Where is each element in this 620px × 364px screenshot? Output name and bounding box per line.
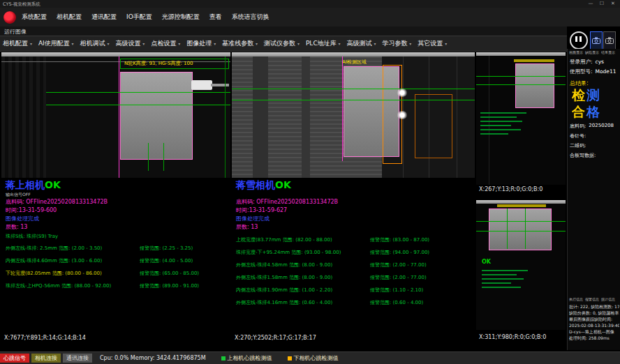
tool-ai-config[interactable]: AI使用配置 ▾ — [38, 39, 74, 48]
green-guide-line — [46, 105, 230, 105]
time-line: 时间:13-31-59-627 — [236, 206, 287, 214]
dropdown-arrow-icon: ▾ — [214, 41, 216, 46]
stats-tab-run[interactable]: 执行信息 — [569, 297, 583, 301]
pink-guide-line — [119, 56, 119, 178]
micro-text — [482, 282, 511, 284]
app-window: CYS-视觉检测系统 — ☐ ✕ 系统配置 相机配置 通讯配置 IO手配置 光源… — [0, 0, 620, 364]
layer-count-line: 层数: 13 — [6, 223, 27, 231]
maximize-button[interactable]: ☐ — [596, 0, 607, 8]
camera1-panel: N轮K高度: 93, HG-S高度: 100 蒋上相机OK 输出信号OFF 底料… — [1, 52, 230, 342]
camera1-results: 蒋上相机OK 输出信号OFF 底料码: OFFline2025020813313… — [1, 178, 230, 334]
menu-view[interactable]: 查看 — [209, 13, 222, 22]
micro-text — [480, 112, 526, 114]
tool-other-settings[interactable]: 其它设置 ▾ — [418, 39, 447, 48]
stats-line: 2025:02:08-13:31:39:40 — [569, 323, 619, 328]
green-guide-line — [476, 84, 566, 85]
stats-line: 最后图像跟踪缺陷时间: — [569, 317, 619, 323]
product-region — [515, 63, 554, 108]
camera-view-1-button[interactable] — [590, 31, 603, 50]
micro-text — [480, 125, 511, 126]
tool-advanced-settings[interactable]: 高级设置 ▾ — [115, 39, 145, 48]
camera2-cursor-coords: X:270;Y:2502;R:17;G:17;B:17 — [235, 335, 316, 341]
model-value[interactable]: Mode11 — [596, 68, 617, 75]
frame-line — [457, 56, 457, 178]
title-bar: CYS-视觉检测系统 — ☐ ✕ — [0, 0, 620, 8]
micro-text — [482, 287, 521, 288]
close-button[interactable]: ✕ — [607, 0, 619, 8]
barcode-line: 底料码: OFFline2025020813313472B — [236, 198, 338, 206]
micro-text — [480, 116, 517, 118]
upper-camera-heartbeat: 上相机心跳检测值 — [221, 354, 272, 362]
tab-row: 运行图像 — [0, 26, 567, 36]
camera2-results: 蒋雪相机OK 底料码: OFFline2025020813313472B 时间:… — [232, 178, 475, 334]
barcode-line: 底料码: OFFline2025020813313472B — [6, 198, 108, 206]
menu-camera-config[interactable]: 相机配置 — [57, 13, 82, 22]
measure-row: 内侧左线-珠排4.60mm 范围: (3.00 - 6.00)报警范围: (4.… — [6, 257, 229, 264]
stats-line: 缺陷分类数: 0, 缺陷漏检率: 0% — [569, 310, 619, 317]
menu-system-config[interactable]: 系统配置 — [22, 13, 47, 22]
layer-count-line: 层数: 13 — [236, 223, 258, 231]
tool-learn-params[interactable]: 学习参数 ▾ — [382, 39, 411, 48]
tool-camera-config[interactable]: 相机配置 ▾ — [3, 39, 32, 48]
menu-io-config[interactable]: IO手配置 — [126, 13, 152, 22]
tool-advanced-test[interactable]: 高级测试 ▾ — [347, 39, 376, 48]
tool-camera-debug[interactable]: 相机调试 ▾ — [80, 39, 110, 48]
green-mark — [163, 143, 164, 171]
user-value[interactable]: cys — [596, 59, 604, 66]
stats-line: D-cys—将上相机—图像 — [569, 329, 619, 335]
view-tab-defect[interactable]: 缺陷显示 — [585, 50, 599, 54]
dropdown-arrow-icon: ▾ — [409, 41, 411, 46]
menu-language[interactable]: 系统语言切换 — [232, 13, 270, 22]
tool-plc-address[interactable]: PLC地址库 ▾ — [306, 39, 341, 48]
micro-text — [482, 274, 517, 275]
camera1-image[interactable]: N轮K高度: 93, HG-S高度: 100 — [1, 52, 230, 178]
menu-bar: 系统配置 相机配置 通讯配置 IO手配置 光源控制配置 查看 系统语言切换 — [0, 8, 620, 26]
info-sidebar: 画面显示 缺陷显示 结果显示 登录用户: cys 使用型号: Mode11 总结… — [567, 49, 620, 350]
heartbeat-badge: 心跳信号 — [0, 354, 29, 363]
camera1-cursor-coords: X:7677;Y:891;R:14;G:14;B:14 — [4, 335, 86, 341]
minimize-button[interactable]: — — [585, 0, 596, 8]
status-bar: 心跳信号 相机连接 通讯连接 Cpu: 0.0% Memory: 3424.41… — [0, 351, 620, 364]
dropdown-arrow-icon: ▾ — [107, 41, 109, 46]
pause-button[interactable] — [570, 31, 588, 50]
camera1-title: 蒋上相机OK — [6, 179, 61, 192]
micro-text — [482, 270, 528, 271]
product-region — [489, 208, 552, 250]
preview1-image[interactable] — [476, 52, 566, 185]
board-write-label: 合板写数据: — [570, 152, 596, 159]
camera2-panel: AI检测区域 蒋雪相机OK 底料码: OFFline20250208133134… — [232, 52, 475, 342]
time-line: 时间:13-31-59-600 — [6, 206, 57, 214]
green-mark — [507, 208, 508, 249]
batch-code-label: 底料码: — [570, 123, 586, 130]
dropdown-arrow-icon: ▾ — [339, 41, 341, 46]
pink-guide-line — [342, 56, 343, 161]
view-tab-image[interactable]: 画面显示 — [569, 50, 583, 54]
camera-view-2-button[interactable] — [603, 31, 616, 50]
result-ok-badge: OK — [275, 179, 291, 190]
status-dot-icon — [288, 356, 292, 361]
measure-row: 内侧左线-珠排1.90mm 范围: (1.00 - 2.20)报警范围: (1.… — [236, 287, 473, 294]
tool-image-process[interactable]: 图像处理 ▾ — [186, 39, 216, 48]
preview2-image[interactable]: OK — [476, 200, 566, 330]
ai-zone-label: AI检测区域 — [342, 59, 367, 66]
measure-row: 外侧左线-珠排1.58mm 范围: (8.00 - 9.00)报警范围: (2.… — [236, 274, 473, 281]
stats-tab-alarm[interactable]: 报警信息 — [585, 297, 599, 301]
green-mark — [525, 208, 526, 249]
micro-text-yellow — [497, 204, 546, 207]
dropdown-arrow-icon: ▾ — [30, 41, 32, 46]
stats-tab-stat[interactable]: 统计信息 — [601, 297, 615, 301]
tool-spot-check[interactable]: 点检设置 ▾ — [151, 39, 180, 48]
menu-light-config[interactable]: 光源控制配置 — [162, 13, 200, 22]
view-tab-result[interactable]: 结果显示 — [601, 50, 615, 54]
cable — [211, 84, 229, 86]
tool-test-params[interactable]: 测试仪参数 ▾ — [264, 39, 300, 48]
green-guide-line — [476, 221, 566, 222]
dropdown-arrow-icon: ▾ — [256, 41, 258, 46]
camera2-image[interactable]: AI检测区域 — [232, 52, 475, 178]
result-ok-badge: OK — [45, 179, 61, 190]
toolbar: 相机配置 ▾ AI使用配置 ▾ 相机调试 ▾ 高级设置 ▾ 点检设置 ▾ 图像处… — [0, 36, 567, 52]
menu-comm-config[interactable]: 通讯配置 — [91, 13, 117, 22]
green-guide-line — [225, 56, 226, 178]
tool-baseline-params[interactable]: 基准线参数 ▾ — [222, 39, 258, 48]
tab-run-image[interactable]: 运行图像 — [4, 28, 27, 36]
